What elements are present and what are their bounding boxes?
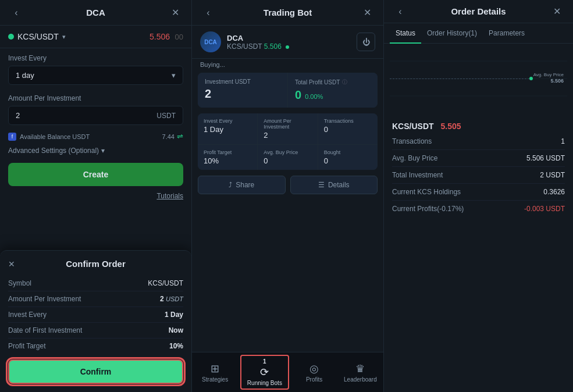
avg-price-dot: [529, 77, 533, 80]
strategies-label: Strategies: [202, 376, 228, 383]
transactions-label: Transactions: [324, 118, 372, 124]
pair-label[interactable]: KCS/USDT ▾: [8, 32, 66, 41]
stat-profits-key: Current Profits(-0.17%): [392, 205, 464, 213]
right-close-icon[interactable]: ✕: [550, 6, 564, 17]
profit-target-val: 10%: [204, 156, 251, 165]
confirm-overlay: ✕ Confirm Order Symbol KCS/USDT Amount P…: [0, 250, 191, 392]
investment-card: Investment USDT 2: [198, 73, 287, 108]
balance-label: Available Balance USDT: [20, 133, 90, 140]
profit-target-cell: Profit Target 10%: [198, 145, 257, 170]
pair-name: KCS/USDT: [17, 32, 59, 41]
profit-info-icon: ⓘ: [342, 79, 347, 86]
bot-pair-price: 5.506: [264, 42, 282, 51]
stat-avg-buy-val: 5.506 USDT: [526, 154, 565, 162]
pair-price: 5.506: [150, 32, 170, 41]
stat-total-invest: Total Investment 2 USDT: [392, 167, 565, 184]
details-label: Details: [328, 181, 350, 189]
advanced-label: Advanced Settings (Optional): [8, 147, 99, 155]
amount-suffix: USDT: [156, 112, 176, 120]
avg-price-line: [390, 79, 532, 79]
invest-every-section: Invest Every 1 day ▾: [0, 48, 191, 88]
pair-status-dot: [8, 34, 14, 40]
bot-details-grid: Invest Every 1 Day Amount Per Investment…: [198, 113, 378, 170]
confirm-row-invest: Invest Every 1 Day: [8, 307, 183, 323]
power-icon: ⏻: [362, 38, 370, 47]
profit-card: Total Profit USDT ⓘ 0 0.00%: [288, 73, 378, 108]
balance-row: f Available Balance USDT 7.44 ⇌: [0, 129, 191, 144]
advanced-settings-link[interactable]: Advanced Settings (Optional) ▾: [0, 144, 191, 158]
right-title: Order Details: [407, 6, 550, 16]
transactions-cell: Transactions 0: [318, 113, 378, 144]
mid-close-icon[interactable]: ✕: [360, 7, 374, 18]
bot-buying-text: Buying...: [192, 59, 383, 73]
left-header: ‹ DCA ✕: [0, 0, 191, 26]
stat-transactions: Transactions 1: [392, 133, 565, 150]
invest-every-cell: Invest Every 1 Day: [198, 113, 257, 144]
nav-strategies[interactable]: ⊞ Strategies: [192, 352, 238, 392]
pair-row: KCS/USDT ▾ 5.506 00: [0, 26, 191, 48]
bot-pair: KCS/USDT 5.506: [227, 42, 289, 51]
confirm-title: Confirm Order: [66, 259, 126, 269]
balance-val: 7.44 ⇌: [162, 132, 183, 141]
investment-label: Investment USDT: [205, 79, 280, 85]
invest-every-cell-label: Invest Every: [204, 118, 251, 124]
left-title: DCA: [23, 8, 168, 17]
confirm-row-symbol: Symbol KCS/USDT: [8, 276, 183, 291]
share-icon: ⤴: [229, 181, 232, 189]
right-back-icon[interactable]: ‹: [393, 6, 407, 17]
right-panel: ‹ Order Details ✕ Status Order History(1…: [384, 0, 573, 392]
leaderboard-icon: ♛: [355, 362, 365, 375]
tab-parameters[interactable]: Parameters: [483, 23, 531, 43]
share-button[interactable]: ⤴ Share: [198, 176, 286, 194]
mid-back-icon[interactable]: ‹: [201, 8, 215, 18]
nav-running-bots[interactable]: 1 ⟳ Running Bots: [240, 355, 289, 390]
avg-buy-val: 0: [264, 156, 311, 165]
tab-status[interactable]: Status: [390, 23, 421, 43]
avg-buy-cell: Avg. Buy Price 0: [258, 145, 317, 170]
left-close-icon[interactable]: ✕: [168, 7, 182, 18]
balance-icon: f: [8, 133, 16, 141]
right-stats: Transactions 1 Avg. Buy Price 5.506 USDT…: [384, 133, 573, 217]
left-back-icon[interactable]: ‹: [9, 8, 23, 18]
bought-val: 0: [324, 156, 372, 165]
tutorials-link[interactable]: Tutorials: [0, 191, 191, 201]
confirm-val-date: Now: [169, 326, 183, 334]
profit-label: Total Profit USDT ⓘ: [295, 79, 371, 86]
nav-leaderboard[interactable]: ♛ Leaderboard: [337, 352, 383, 392]
details-button[interactable]: ☰ Details: [290, 176, 378, 194]
create-button[interactable]: Create: [8, 163, 183, 186]
mid-title: Trading Bot: [215, 8, 360, 17]
stat-avg-buy-key: Avg. Buy Price: [392, 154, 437, 162]
strategies-icon: ⊞: [211, 362, 219, 375]
confirm-button[interactable]: Confirm: [8, 359, 183, 384]
invest-every-select[interactable]: 1 day ▾: [8, 66, 183, 85]
amount-input[interactable]: 2 USDT: [8, 106, 183, 125]
avg-price-label: Avg. Buy Price 5.506: [533, 72, 564, 85]
pair-price-display: 5.506 00: [150, 31, 183, 42]
stat-transactions-val: 1: [561, 137, 565, 145]
invest-every-dropdown-icon: ▾: [172, 71, 176, 80]
power-button[interactable]: ⏻: [357, 33, 375, 51]
pair-dropdown-icon[interactable]: ▾: [62, 33, 66, 41]
share-label: Share: [236, 181, 254, 189]
bought-cell: Bought 0: [318, 145, 378, 170]
profit-val: 0: [295, 88, 301, 102]
right-header: ‹ Order Details ✕: [384, 0, 573, 23]
leaderboard-label: Leaderboard: [344, 376, 377, 383]
right-chart: Avg. Buy Price 5.506: [390, 44, 567, 113]
details-icon: ☰: [318, 181, 325, 189]
confirm-val-invest: 1 Day: [165, 311, 183, 319]
tab-order-history[interactable]: Order History(1): [421, 23, 483, 43]
amount-per-val: 2: [264, 131, 311, 140]
stat-holdings-val: 0.3626: [543, 188, 565, 196]
profit-target-label: Profit Target: [204, 149, 251, 155]
bot-info: DCA DCA KCS/USDT 5.506: [200, 31, 289, 52]
avg-buy-label: Avg. Buy Price: [264, 149, 311, 155]
nav-profits[interactable]: ◎ Profits: [291, 352, 337, 392]
stat-profits: Current Profits(-0.17%) -0.003 USDT: [392, 201, 565, 217]
amount-per-cell: Amount Per Investment 2: [258, 113, 317, 144]
confirm-close-icon[interactable]: ✕: [8, 259, 15, 269]
confirm-row-date: Date of First Investment Now: [8, 323, 183, 338]
confirm-key-symbol: Symbol: [8, 279, 31, 287]
stats-grid: Investment USDT 2 Total Profit USDT ⓘ 0 …: [198, 73, 378, 108]
